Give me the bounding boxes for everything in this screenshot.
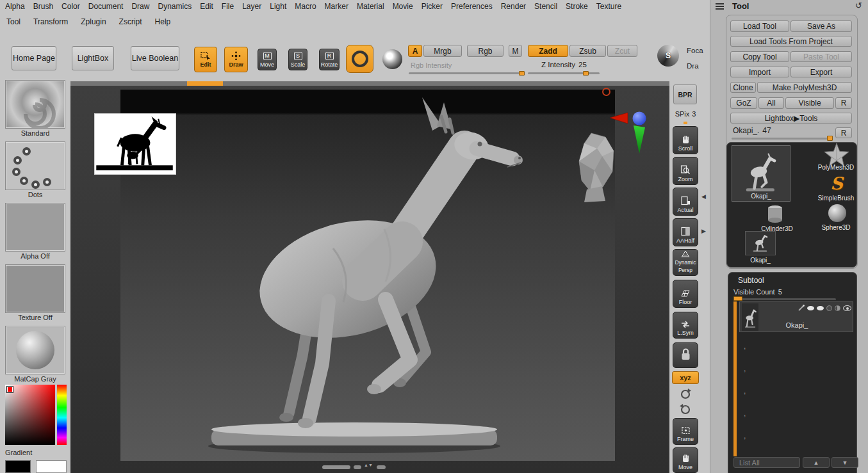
- panel-menu-icon[interactable]: [716, 3, 724, 10]
- current-brush-button[interactable]: [346, 45, 373, 73]
- menu-item-color[interactable]: Color: [61, 2, 80, 11]
- subtool-down-button[interactable]: ▼: [831, 457, 858, 468]
- menu-item-texture[interactable]: Texture: [596, 2, 621, 11]
- menu-item-stroke[interactable]: Stroke: [566, 2, 588, 11]
- menu-item-material[interactable]: Material: [357, 2, 384, 11]
- tool-r-button[interactable]: R: [835, 127, 852, 138]
- subtool-scroll-strip[interactable]: [733, 301, 737, 456]
- active-tool-slider-handle[interactable]: [827, 136, 833, 141]
- bpr-button[interactable]: BPR: [673, 84, 697, 104]
- menu-item-picker[interactable]: Picker: [422, 2, 443, 11]
- menu-item-tool[interactable]: Tool: [6, 17, 20, 26]
- navigation-gizmo[interactable]: [607, 110, 652, 155]
- m-button[interactable]: M: [509, 45, 522, 57]
- clone-button[interactable]: Clone: [730, 82, 756, 93]
- rgb-intensity-slider[interactable]: [409, 72, 524, 74]
- cylinder3d-item[interactable]: [766, 204, 785, 225]
- primary-color-swatch[interactable]: [36, 460, 67, 473]
- dynamic-persp-button[interactable]: Dynamic Persp: [673, 249, 698, 276]
- z-intensity-slider-handle[interactable]: [583, 71, 589, 76]
- simplebrush-item[interactable]: S: [827, 173, 846, 193]
- visible-count-slider-handle[interactable]: [733, 296, 742, 301]
- gizmo-sphere[interactable]: [633, 112, 646, 125]
- move-button[interactable]: M Move: [258, 49, 277, 70]
- draw-button[interactable]: Draw: [224, 47, 248, 72]
- subtool-up-button[interactable]: ▲: [803, 457, 830, 468]
- panel-expand-right-icon[interactable]: ▶: [701, 228, 706, 234]
- rgb-button[interactable]: Rgb: [467, 45, 504, 57]
- menu-item-marker[interactable]: Marker: [325, 2, 348, 11]
- goz-visible-button[interactable]: Visible: [785, 97, 834, 109]
- rotate-cw-icon[interactable]: [679, 388, 692, 401]
- uv-icon[interactable]: [817, 306, 824, 310]
- local-symmetry-button[interactable]: L.Sym: [673, 312, 698, 339]
- transparency-button[interactable]: [673, 342, 698, 368]
- s-preview-icon[interactable]: S: [657, 45, 679, 67]
- visible-count-slider[interactable]: [733, 298, 836, 300]
- panel-collapse-left-icon[interactable]: ◀: [701, 193, 706, 200]
- scrollbar-arrows-icon[interactable]: ▲▼: [364, 463, 373, 467]
- saturation-square[interactable]: [5, 385, 55, 445]
- rotate-button[interactable]: R Rotate: [319, 49, 340, 70]
- scroll-button[interactable]: Scroll: [673, 126, 698, 154]
- current-stroke-thumbnail[interactable]: [5, 141, 65, 190]
- edit-button[interactable]: Edit: [194, 47, 217, 72]
- frame-button[interactable]: Frame: [673, 418, 698, 445]
- spix-slider-handle[interactable]: [684, 122, 687, 124]
- menu-item-movie[interactable]: Movie: [393, 2, 413, 11]
- home-page-button[interactable]: Home Page: [12, 46, 56, 70]
- lightbox-button[interactable]: LightBox: [72, 46, 114, 70]
- alpha-adjust-toggle[interactable]: A: [408, 45, 422, 57]
- lightbox-tools-button[interactable]: Lightbox▶Tools: [730, 113, 852, 124]
- scrollbar-segment-2[interactable]: [377, 465, 386, 469]
- scrollbar-segment[interactable]: [354, 465, 361, 469]
- okapi-model[interactable]: [120, 90, 615, 461]
- polypaint-icon[interactable]: [807, 306, 814, 310]
- menu-item-file[interactable]: File: [222, 2, 234, 11]
- menu-item-light[interactable]: Light: [270, 2, 286, 11]
- menu-item-help[interactable]: Help: [155, 17, 171, 26]
- menu-item-preferences[interactable]: Preferences: [451, 2, 493, 11]
- menu-item-zplugin[interactable]: Zplugin: [81, 17, 106, 26]
- polymesh3d-item[interactable]: [822, 144, 851, 166]
- list-all-button[interactable]: List All: [733, 457, 800, 468]
- menu-item-zscript[interactable]: Zscript: [119, 17, 142, 26]
- gizmo-y-cone[interactable]: [634, 125, 645, 154]
- brush-icon[interactable]: [798, 305, 805, 311]
- rotate-ccw-icon[interactable]: [679, 403, 692, 416]
- import-button[interactable]: Import: [730, 67, 789, 77]
- copy-tool-button[interactable]: Copy Tool: [730, 51, 789, 62]
- alpha-off-thumbnail[interactable]: [5, 203, 65, 252]
- material-thumbnail[interactable]: [5, 326, 65, 374]
- load-tool-button[interactable]: Load Tool: [730, 20, 789, 32]
- load-tools-from-project-button[interactable]: Load Tools From Project: [730, 36, 852, 47]
- actual-button[interactable]: Actual: [673, 188, 698, 216]
- rgb-intensity-slider-handle[interactable]: [519, 71, 525, 76]
- spix-readout[interactable]: SPix 3: [671, 110, 700, 118]
- menu-item-alpha[interactable]: Alpha: [5, 2, 25, 11]
- menu-item-macro[interactable]: Macro: [295, 2, 316, 11]
- make-polymesh3d-button[interactable]: Make PolyMesh3D: [757, 82, 852, 93]
- okapi-small-item[interactable]: [745, 231, 776, 255]
- zcut-button[interactable]: Zcut: [607, 45, 637, 57]
- live-boolean-button[interactable]: Live Boolean: [131, 46, 179, 70]
- mask-icon[interactable]: [826, 305, 832, 311]
- panel-restore-icon[interactable]: ↺: [855, 1, 862, 10]
- color-picker[interactable]: [5, 385, 67, 445]
- current-alpha-thumbnail[interactable]: [5, 80, 65, 129]
- export-button[interactable]: Export: [790, 67, 852, 77]
- menu-item-transform[interactable]: Transform: [33, 17, 68, 26]
- goz-button[interactable]: GoZ: [730, 97, 757, 109]
- goz-r-button[interactable]: R: [835, 97, 852, 109]
- active-tool-slider[interactable]: [732, 138, 833, 140]
- reference-image[interactable]: [94, 113, 176, 175]
- texture-off-thumbnail[interactable]: [5, 264, 65, 313]
- goz-all-button[interactable]: All: [758, 97, 784, 109]
- menu-item-brush[interactable]: Brush: [33, 2, 53, 11]
- z-intensity-slider[interactable]: [528, 72, 600, 74]
- current-stroke-button[interactable]: [381, 46, 404, 72]
- menu-item-document[interactable]: Document: [88, 2, 124, 11]
- zadd-button[interactable]: Zadd: [528, 45, 568, 57]
- subtool-item[interactable]: Okapi_: [739, 301, 853, 332]
- save-as-button[interactable]: Save As: [790, 20, 852, 32]
